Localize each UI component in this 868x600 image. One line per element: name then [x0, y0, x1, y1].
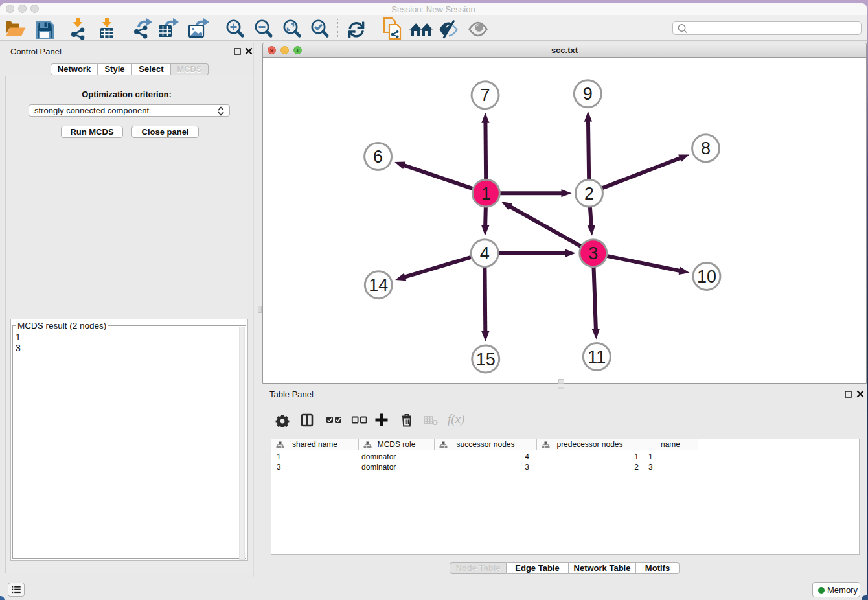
svg-text:11: 11 — [588, 347, 606, 367]
svg-text:9: 9 — [583, 84, 593, 104]
svg-text:7: 7 — [481, 86, 490, 105]
svg-text:3: 3 — [588, 244, 598, 263]
svg-text:10: 10 — [697, 267, 716, 286]
svg-text:14: 14 — [369, 275, 388, 295]
svg-text:1: 1 — [481, 184, 491, 203]
svg-text:4: 4 — [480, 244, 490, 263]
svg-text:2: 2 — [584, 184, 594, 203]
svg-text:6: 6 — [373, 147, 383, 167]
svg-text:15: 15 — [476, 350, 496, 369]
svg-text:8: 8 — [701, 139, 711, 158]
